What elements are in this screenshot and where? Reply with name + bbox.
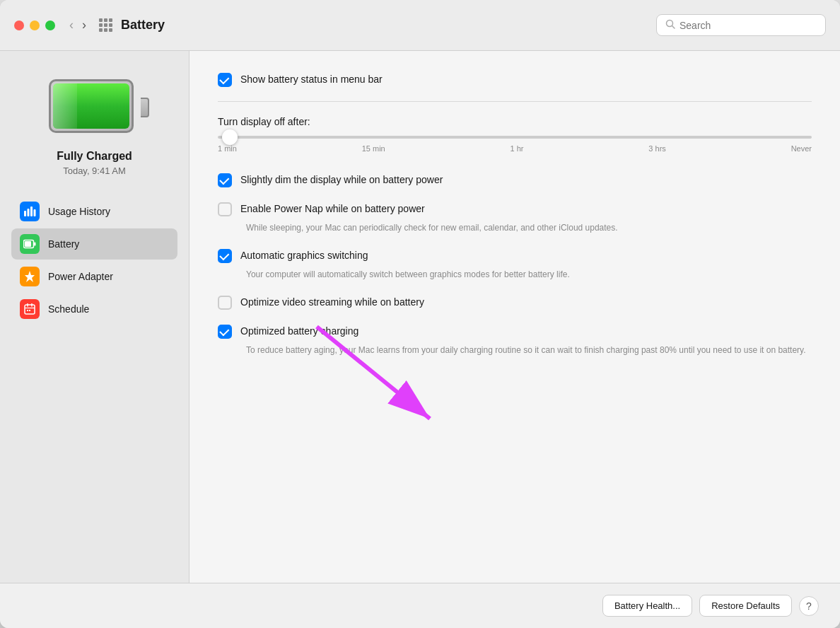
slider-container[interactable]: [218, 136, 812, 139]
optimized-charging-setting: Optimized battery charging: [218, 324, 812, 339]
dim-display-label: Slightly dim the display while on batter…: [240, 173, 443, 187]
battery-status-text: Fully Charged: [57, 150, 132, 163]
help-button[interactable]: ?: [799, 596, 819, 616]
optimize-video-setting: Optimize video streaming while on batter…: [218, 295, 812, 310]
sidebar-item-battery[interactable]: Battery: [11, 228, 177, 260]
battery-nav-icon: [20, 234, 40, 254]
auto-graphics-desc: Your computer will automatically switch …: [246, 269, 812, 281]
tick-1min: 1 min: [218, 144, 237, 153]
sidebar-item-label: Battery: [48, 238, 79, 250]
minimize-button[interactable]: [30, 21, 40, 30]
optimized-charging-checkbox[interactable]: [218, 325, 232, 339]
usage-history-icon: [20, 202, 40, 221]
optimized-charging-desc: To reduce battery aging, your Mac learns…: [246, 344, 812, 356]
sidebar-item-label: Usage History: [48, 206, 110, 217]
battery-visual: [49, 79, 141, 136]
search-icon: [665, 19, 675, 31]
schedule-icon: [20, 299, 40, 319]
main-window: ‹ › Battery: [0, 0, 840, 628]
battery-health-button[interactable]: Battery Health...: [602, 595, 692, 617]
power-adapter-icon: [20, 267, 40, 286]
tick-never: Never: [791, 144, 812, 153]
window-controls: [14, 21, 55, 30]
battery-terminal: [141, 98, 149, 117]
search-input[interactable]: [679, 20, 817, 31]
search-box[interactable]: [656, 14, 826, 36]
auto-graphics-checkbox[interactable]: [218, 249, 232, 263]
optimized-charging-label: Optimized battery charging: [240, 324, 358, 339]
svg-rect-7: [25, 241, 31, 247]
show-battery-setting: Show battery status in menu bar: [218, 72, 812, 87]
sidebar-item-schedule[interactable]: Schedule: [11, 293, 177, 325]
sidebar-item-label: Schedule: [48, 303, 89, 315]
window-title: Battery: [121, 18, 656, 33]
power-nap-desc: While sleeping, your Mac can periodicall…: [246, 222, 812, 234]
battery-icon-container: [49, 79, 141, 136]
svg-rect-10: [25, 305, 35, 314]
tick-1hr: 1 hr: [511, 144, 524, 153]
show-battery-checkbox[interactable]: [218, 73, 232, 87]
svg-rect-2: [24, 211, 26, 216]
close-button[interactable]: [14, 21, 24, 30]
display-off-section: Turn display off after: 1 min 15 min 1 h…: [218, 116, 812, 153]
optimize-video-checkbox[interactable]: [218, 296, 232, 310]
slider-track: [218, 136, 812, 139]
tick-3hrs: 3 hrs: [648, 144, 665, 153]
battery-time-text: Today, 9:41 AM: [63, 165, 126, 176]
svg-rect-8: [34, 243, 36, 246]
power-nap-checkbox[interactable]: [218, 202, 232, 216]
power-nap-setting: Enable Power Nap while on battery power: [218, 202, 812, 216]
sidebar-item-label: Power Adapter: [48, 271, 113, 282]
display-off-label: Turn display off after:: [218, 116, 812, 127]
auto-graphics-label: Automatic graphics switching: [240, 248, 368, 263]
svg-rect-15: [29, 310, 30, 311]
main-content: Fully Charged Today, 9:41 AM Usage Histo…: [0, 51, 840, 583]
content-area: Show battery status in menu bar Turn dis…: [189, 51, 840, 583]
sidebar-item-usage-history[interactable]: Usage History: [11, 196, 177, 227]
sidebar: Fully Charged Today, 9:41 AM Usage Histo…: [0, 51, 189, 583]
zoom-button[interactable]: [45, 21, 55, 30]
power-nap-label: Enable Power Nap while on battery power: [240, 202, 425, 216]
svg-rect-3: [28, 209, 30, 216]
battery-body: [49, 79, 134, 133]
divider-1: [218, 101, 812, 102]
slider-ticks: 1 min 15 min 1 hr 3 hrs Never: [218, 144, 812, 153]
svg-marker-9: [25, 271, 35, 282]
titlebar: ‹ › Battery: [0, 0, 840, 51]
tick-15min: 15 min: [362, 144, 385, 153]
svg-rect-14: [27, 310, 28, 311]
battery-fill: [53, 83, 129, 129]
svg-line-1: [672, 26, 675, 29]
dim-display-setting: Slightly dim the display while on batter…: [218, 173, 812, 187]
show-battery-label: Show battery status in menu bar: [240, 72, 383, 87]
slider-thumb[interactable]: [222, 129, 238, 145]
optimize-video-label: Optimize video streaming while on batter…: [240, 295, 424, 310]
back-button[interactable]: ‹: [66, 16, 76, 34]
auto-graphics-setting: Automatic graphics switching: [218, 248, 812, 263]
nav-arrows: ‹ ›: [66, 16, 89, 34]
grid-icon[interactable]: [99, 18, 112, 32]
svg-rect-5: [34, 209, 36, 216]
forward-button[interactable]: ›: [79, 16, 89, 34]
bottom-bar: Battery Health... Restore Defaults ?: [0, 583, 840, 628]
sidebar-nav: Usage History Battery: [11, 196, 177, 325]
restore-defaults-button[interactable]: Restore Defaults: [699, 595, 792, 617]
svg-rect-4: [30, 207, 33, 216]
dim-display-checkbox[interactable]: [218, 173, 232, 187]
sidebar-item-power-adapter[interactable]: Power Adapter: [11, 261, 177, 292]
